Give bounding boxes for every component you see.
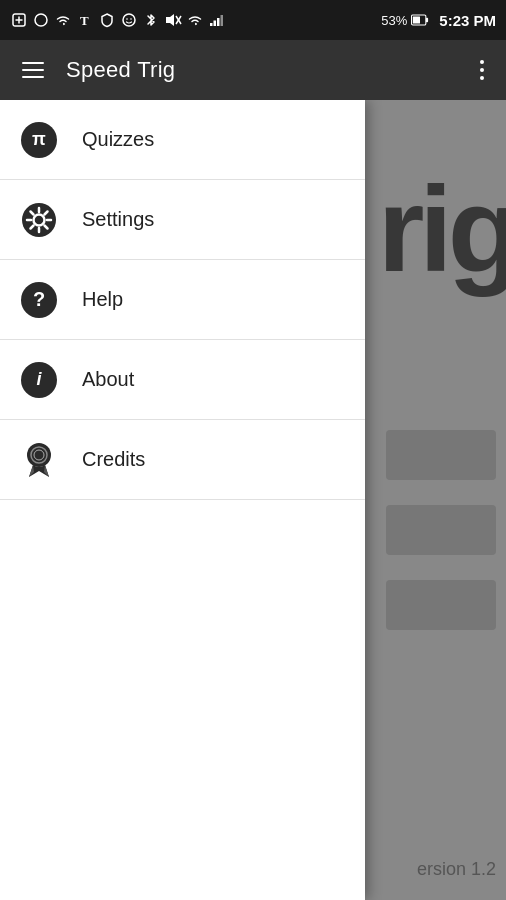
smiley-icon	[120, 11, 138, 29]
question-icon	[21, 282, 57, 318]
cell-signal-icon	[208, 11, 226, 29]
svg-marker-8	[166, 14, 174, 26]
nav-item-help[interactable]: Help	[0, 260, 365, 340]
more-options-button[interactable]	[474, 54, 490, 86]
mute-icon	[164, 11, 182, 29]
battery-icon	[411, 11, 429, 29]
bluetooth-icon	[142, 11, 160, 29]
nav-item-about[interactable]: About	[0, 340, 365, 420]
signal-wifi-icon	[186, 11, 204, 29]
hamburger-button[interactable]	[16, 56, 50, 84]
credits-label: Credits	[82, 448, 145, 471]
shield-icon	[98, 11, 116, 29]
bg-button-2	[386, 505, 496, 555]
svg-text:T: T	[80, 13, 89, 28]
app-bar: Speed Trig	[0, 40, 506, 100]
add-icon	[10, 11, 28, 29]
version-text: ersion 1.2	[417, 859, 496, 880]
nav-item-quizzes[interactable]: Quizzes	[0, 100, 365, 180]
svg-rect-12	[214, 21, 217, 27]
info-icon	[21, 362, 57, 398]
wifi-icon	[54, 11, 72, 29]
svg-rect-14	[221, 15, 224, 26]
status-bar: T	[0, 0, 506, 40]
bg-button-3	[386, 580, 496, 630]
svg-rect-16	[413, 16, 420, 23]
app-title: Speed Trig	[66, 57, 474, 83]
bg-trig-text: rig	[378, 160, 506, 298]
quizzes-icon	[20, 121, 58, 159]
svg-point-3	[35, 14, 47, 26]
help-label: Help	[82, 288, 123, 311]
main-layout: Quizzes	[0, 100, 506, 900]
credits-icon	[20, 441, 58, 479]
t-icon: T	[76, 11, 94, 29]
settings-icon	[20, 201, 58, 239]
quizzes-label: Quizzes	[82, 128, 154, 151]
pi-icon	[21, 122, 57, 158]
battery-percentage: 53%	[381, 13, 407, 28]
about-icon	[20, 361, 58, 399]
svg-point-7	[130, 18, 132, 20]
svg-point-6	[126, 18, 128, 20]
settings-label: Settings	[82, 208, 154, 231]
status-time: 5:23 PM	[439, 12, 496, 29]
svg-rect-17	[426, 18, 428, 23]
about-label: About	[82, 368, 134, 391]
svg-rect-13	[217, 18, 220, 26]
nav-item-credits[interactable]: Credits	[0, 420, 365, 500]
svg-point-5	[123, 14, 135, 26]
svg-rect-11	[210, 23, 213, 26]
circle-icon	[32, 11, 50, 29]
bg-button-1	[386, 430, 496, 480]
nav-item-settings[interactable]: Settings	[0, 180, 365, 260]
status-icons-right: 53% 5:23 PM	[381, 11, 496, 29]
status-icons-left: T	[10, 11, 226, 29]
background-content: rig ersion 1.2	[365, 100, 506, 900]
navigation-drawer: Quizzes	[0, 100, 365, 900]
help-icon	[20, 281, 58, 319]
